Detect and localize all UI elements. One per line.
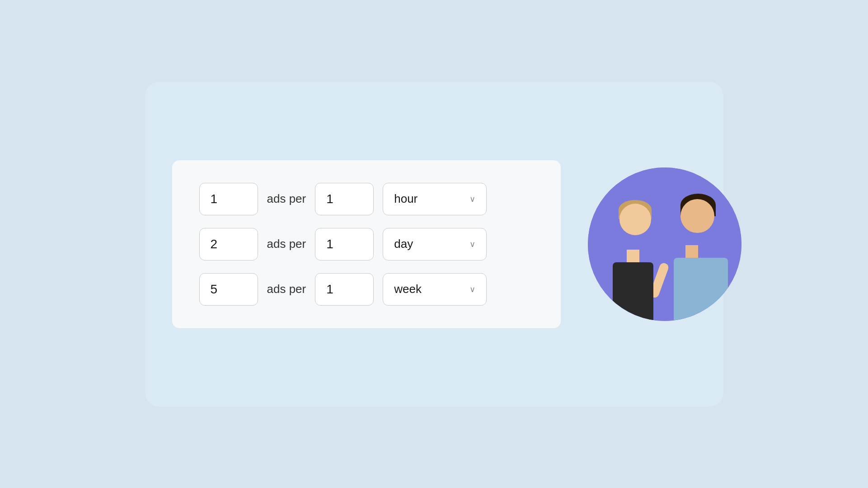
person2-head xyxy=(680,199,714,233)
frequency-row-2: 2 ads per 1 day ∨ xyxy=(199,228,534,260)
unit-dropdown-1[interactable]: hour ∨ xyxy=(383,183,487,215)
person2-neck xyxy=(685,245,698,259)
frequency-row-3: 5 ads per 1 week ∨ xyxy=(199,273,534,306)
ads-per-label-2: ads per xyxy=(267,237,306,251)
unit-value-1: hour xyxy=(394,192,418,206)
ads-count-input-1[interactable]: 1 xyxy=(199,183,258,215)
avatar xyxy=(588,167,741,321)
person2-body xyxy=(674,258,728,321)
person1-neck xyxy=(627,250,639,263)
ads-count-value-1: 1 xyxy=(211,192,218,206)
people-image xyxy=(588,167,741,321)
period-count-value-1: 1 xyxy=(326,192,333,206)
period-count-value-3: 1 xyxy=(326,282,333,297)
ads-count-value-2: 2 xyxy=(211,237,218,251)
ads-per-label-3: ads per xyxy=(267,282,306,296)
frequency-row-1: 1 ads per 1 hour ∨ xyxy=(199,183,534,215)
chevron-down-icon-3: ∨ xyxy=(469,284,475,294)
outer-card: 1 ads per 1 hour ∨ 2 ads per 1 day ∨ xyxy=(145,82,723,407)
period-count-input-3[interactable]: 1 xyxy=(315,273,374,306)
chevron-down-icon-2: ∨ xyxy=(469,239,475,249)
person1-head xyxy=(619,204,651,235)
period-count-value-2: 1 xyxy=(326,237,333,251)
unit-value-3: week xyxy=(394,282,422,296)
person1-body xyxy=(613,262,653,321)
unit-dropdown-2[interactable]: day ∨ xyxy=(383,228,487,260)
inner-card: 1 ads per 1 hour ∨ 2 ads per 1 day ∨ xyxy=(172,160,561,328)
ads-count-input-2[interactable]: 2 xyxy=(199,228,258,260)
chevron-down-icon-1: ∨ xyxy=(469,194,475,204)
period-count-input-2[interactable]: 1 xyxy=(315,228,374,260)
ads-per-label-1: ads per xyxy=(267,192,306,206)
ads-count-value-3: 5 xyxy=(211,282,218,297)
ads-count-input-3[interactable]: 5 xyxy=(199,273,258,306)
period-count-input-1[interactable]: 1 xyxy=(315,183,374,215)
unit-value-2: day xyxy=(394,237,413,251)
unit-dropdown-3[interactable]: week ∨ xyxy=(383,273,487,306)
